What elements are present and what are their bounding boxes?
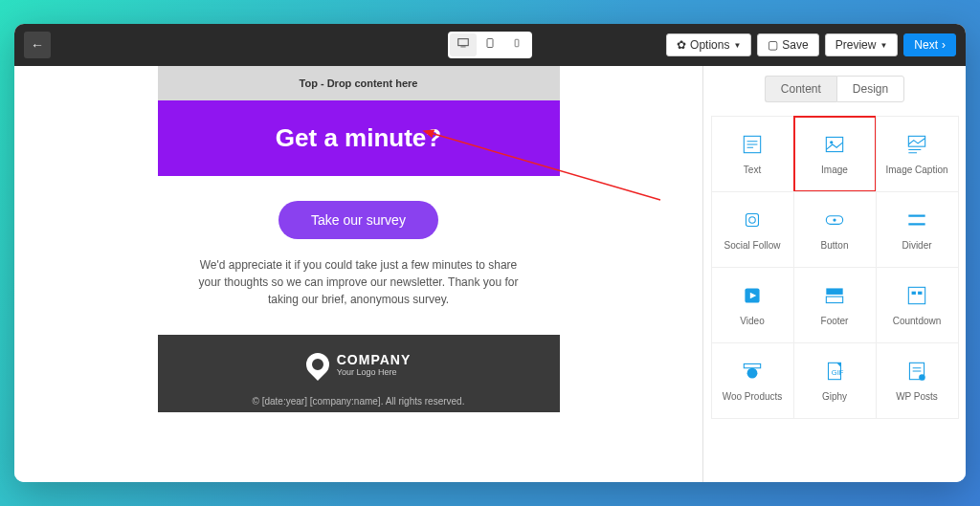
block-video[interactable]: Video bbox=[711, 267, 794, 343]
block-social-follow[interactable]: Social Follow bbox=[711, 191, 794, 268]
block-image-caption[interactable]: Image Caption bbox=[876, 116, 959, 192]
tab-content[interactable]: Content bbox=[765, 76, 836, 102]
device-switcher bbox=[448, 32, 532, 58]
chevron-right-icon: › bbox=[942, 38, 946, 52]
cta-wrap: Take our survey bbox=[158, 176, 560, 256]
app-window: ← ✿ Options ▼ bbox=[14, 24, 966, 482]
block-label: Button bbox=[821, 240, 849, 251]
canvas-area: Top - Drop content here Get a minute? Ta… bbox=[14, 66, 702, 482]
block-woo-products[interactable]: Woo Products bbox=[711, 342, 794, 419]
caret-down-icon: ▼ bbox=[733, 41, 741, 50]
email-body: Top - Drop content here Get a minute? Ta… bbox=[158, 66, 560, 482]
headline-block[interactable]: Get a minute? bbox=[158, 100, 560, 176]
block-label: Divider bbox=[902, 240, 931, 251]
svg-rect-25 bbox=[918, 292, 922, 295]
block-image[interactable]: Image bbox=[793, 116, 877, 192]
svg-rect-0 bbox=[458, 39, 469, 46]
block-label: Giphy bbox=[822, 391, 847, 402]
copyright-text: © [date:year] [company:name]. All rights… bbox=[167, 396, 550, 407]
svg-text:GIF: GIF bbox=[832, 368, 844, 377]
logo-row: COMPANY Your Logo Here bbox=[167, 352, 550, 377]
block-giphy[interactable]: GIF Giphy bbox=[793, 342, 877, 419]
block-footer[interactable]: Footer bbox=[793, 267, 877, 343]
drop-zone-top[interactable]: Top - Drop content here bbox=[158, 66, 560, 100]
social-icon bbox=[740, 208, 765, 232]
block-label: WP Posts bbox=[896, 391, 938, 402]
divider-icon bbox=[904, 208, 929, 232]
block-label: Footer bbox=[821, 316, 849, 326]
svg-point-10 bbox=[830, 141, 833, 143]
svg-rect-1 bbox=[460, 47, 465, 48]
options-label: Options bbox=[690, 38, 729, 52]
gear-icon: ✿ bbox=[677, 38, 686, 52]
svg-point-15 bbox=[749, 217, 756, 224]
caret-down-icon: ▼ bbox=[880, 41, 887, 50]
panel-tabs: Content Design bbox=[703, 66, 966, 108]
back-button[interactable]: ← bbox=[24, 32, 51, 58]
device-desktop-button[interactable] bbox=[450, 33, 477, 56]
block-text[interactable]: Text bbox=[711, 116, 794, 192]
block-countdown[interactable]: Countdown bbox=[876, 267, 959, 343]
pin-icon bbox=[301, 348, 334, 381]
footer-icon bbox=[822, 283, 847, 308]
blocks-grid: Text Image Image Caption bbox=[703, 108, 966, 426]
device-mobile-button[interactable] bbox=[503, 33, 530, 56]
company-name: COMPANY bbox=[337, 352, 412, 367]
svg-rect-24 bbox=[912, 292, 916, 295]
countdown-icon bbox=[904, 283, 929, 308]
topbar-actions: ✿ Options ▼ ▢ Save Preview ▼ Next › bbox=[666, 33, 956, 56]
svg-rect-22 bbox=[826, 297, 842, 303]
svg-point-17 bbox=[833, 218, 835, 221]
image-icon bbox=[822, 132, 847, 157]
woo-icon bbox=[740, 359, 765, 384]
svg-rect-23 bbox=[908, 287, 924, 303]
block-label: Countdown bbox=[893, 316, 942, 326]
svg-rect-11 bbox=[908, 136, 924, 146]
topbar: ← ✿ Options ▼ bbox=[14, 24, 966, 66]
svg-rect-27 bbox=[744, 363, 760, 367]
options-button[interactable]: ✿ Options ▼ bbox=[666, 33, 751, 56]
device-tablet-button[interactable] bbox=[477, 33, 503, 56]
block-divider[interactable]: Divider bbox=[876, 191, 959, 268]
next-button[interactable]: Next › bbox=[903, 33, 956, 56]
side-panel: Content Design Text Image bbox=[702, 66, 966, 482]
wp-posts-icon bbox=[904, 359, 929, 384]
svg-rect-21 bbox=[826, 288, 842, 295]
giphy-icon: GIF bbox=[822, 359, 847, 384]
svg-point-26 bbox=[747, 368, 758, 379]
save-label: Save bbox=[782, 38, 808, 52]
image-caption-icon bbox=[904, 132, 929, 157]
arrow-left-icon: ← bbox=[31, 37, 44, 53]
video-icon bbox=[740, 283, 765, 308]
block-label: Image Caption bbox=[885, 165, 947, 175]
desktop-icon bbox=[457, 36, 470, 54]
tablet-icon bbox=[484, 36, 496, 54]
svg-rect-2 bbox=[487, 39, 493, 48]
block-label: Social Follow bbox=[724, 240, 781, 251]
save-icon: ▢ bbox=[768, 38, 778, 52]
svg-rect-3 bbox=[515, 39, 519, 47]
footer-block[interactable]: COMPANY Your Logo Here © [date:year] [co… bbox=[158, 335, 560, 412]
svg-rect-14 bbox=[746, 214, 759, 227]
body-text[interactable]: We'd appreciate it if you could take jus… bbox=[158, 256, 560, 335]
company-tagline: Your Logo Here bbox=[337, 367, 412, 377]
workspace: Top - Drop content here Get a minute? Ta… bbox=[14, 66, 966, 482]
preview-button[interactable]: Preview ▼ bbox=[825, 33, 899, 56]
canvas-scroll[interactable]: Top - Drop content here Get a minute? Ta… bbox=[14, 66, 702, 482]
tab-design[interactable]: Design bbox=[836, 76, 904, 102]
block-label: Image bbox=[821, 165, 848, 175]
save-button[interactable]: ▢ Save bbox=[757, 33, 818, 56]
mobile-icon bbox=[512, 36, 522, 54]
svg-point-33 bbox=[919, 374, 925, 381]
button-icon bbox=[822, 208, 847, 232]
logo-text: COMPANY Your Logo Here bbox=[337, 352, 412, 377]
text-icon bbox=[740, 132, 765, 157]
block-label: Woo Products bbox=[723, 391, 783, 402]
block-wp-posts[interactable]: WP Posts bbox=[876, 342, 959, 419]
next-label: Next bbox=[914, 38, 938, 52]
block-button[interactable]: Button bbox=[793, 191, 877, 268]
preview-label: Preview bbox=[835, 38, 877, 52]
block-label: Text bbox=[744, 165, 761, 175]
cta-button[interactable]: Take our survey bbox=[278, 201, 438, 239]
block-label: Video bbox=[740, 316, 764, 326]
